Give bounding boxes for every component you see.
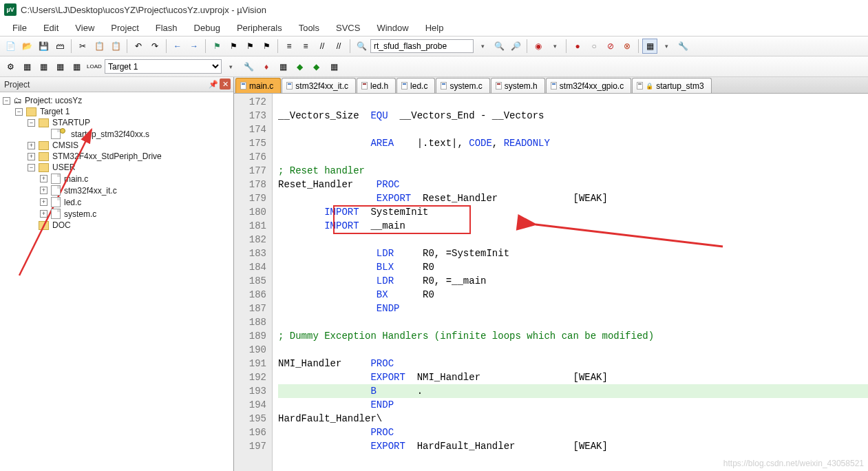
bookmark-next-button[interactable]: ⚑ bbox=[242, 39, 257, 54]
title-bar: µV C:\Users\LJ\Desktop\ucosYZ\Project\uc… bbox=[0, 0, 868, 19]
save-button[interactable]: 💾 bbox=[36, 39, 51, 54]
pack-installer-button[interactable]: ▦ bbox=[326, 59, 341, 74]
toolbar-separator bbox=[277, 39, 278, 53]
target-options-button[interactable]: 🔧 bbox=[241, 59, 256, 74]
toolbar-separator bbox=[127, 39, 127, 53]
code-editor[interactable]: 172 173 174 175 176 177 178 179 180 181 … bbox=[234, 94, 868, 471]
line-gutter: 172 173 174 175 176 177 178 179 180 181 … bbox=[234, 94, 273, 471]
editor-area: main.cstm32f4xx_it.cled.hled.csystem.csy… bbox=[234, 77, 868, 471]
tab-system-c[interactable]: system.c bbox=[436, 78, 489, 93]
svg-line-1 bbox=[536, 224, 723, 247]
tree-target[interactable]: −Target 1 bbox=[15, 106, 232, 117]
breakpoint-insert-button[interactable]: ● bbox=[570, 39, 585, 54]
tab-startup_stm3[interactable]: 🔒startup_stm3 bbox=[632, 78, 711, 93]
app-logo-icon: µV bbox=[4, 3, 17, 16]
find-dropdown-icon[interactable]: ▾ bbox=[475, 39, 490, 54]
cut-button[interactable]: ✂ bbox=[75, 39, 90, 54]
tab-led-c[interactable]: led.c bbox=[396, 78, 435, 93]
bookmark-prev-button[interactable]: ⚑ bbox=[226, 39, 241, 54]
bookmark-toggle-button[interactable]: ⚑ bbox=[209, 39, 224, 54]
toolbar-separator bbox=[166, 39, 167, 53]
manage-project-button[interactable]: ♦ bbox=[259, 59, 274, 74]
breakpoint-kill-all-button[interactable]: ⊗ bbox=[620, 39, 635, 54]
target-selector[interactable]: Target 1 bbox=[105, 59, 222, 74]
stop-build-button[interactable]: ▦ bbox=[69, 59, 84, 74]
bookmark-clear-button[interactable]: ⚑ bbox=[259, 39, 274, 54]
pin-icon[interactable]: 📌 bbox=[209, 80, 218, 89]
nav-fwd-button[interactable]: → bbox=[187, 39, 202, 54]
tab-led-h[interactable]: led.h bbox=[357, 78, 396, 93]
lock-icon: 🔒 bbox=[646, 83, 653, 90]
source-view[interactable]: __Vectors_Size EQU __Vectors_End - __Vec… bbox=[273, 94, 868, 471]
find-in-files-button[interactable]: 🔍 bbox=[491, 39, 507, 54]
redo-button[interactable]: ↷ bbox=[147, 39, 162, 54]
tab-main-c[interactable]: main.c bbox=[235, 78, 281, 93]
project-panel-title: Project bbox=[4, 80, 30, 90]
toolbar-separator bbox=[638, 39, 639, 53]
rebuild-button[interactable]: ▦ bbox=[36, 59, 51, 74]
toolbar-separator bbox=[71, 39, 72, 53]
menu-project[interactable]: Project bbox=[103, 21, 147, 35]
tab-label: main.c bbox=[249, 81, 273, 91]
target-dropdown-icon[interactable]: ▾ bbox=[223, 59, 238, 74]
tab-stm32f4xx_it-c[interactable]: stm32f4xx_it.c bbox=[282, 78, 356, 93]
breakpoint-kill-button[interactable]: ⊘ bbox=[603, 39, 618, 54]
debug-dropdown-icon[interactable]: ▾ bbox=[547, 39, 562, 54]
tab-system-h[interactable]: system.h bbox=[491, 78, 545, 93]
build-button[interactable]: ▦ bbox=[19, 59, 34, 74]
menu-debug[interactable]: Debug bbox=[186, 21, 229, 35]
undo-button[interactable]: ↶ bbox=[131, 39, 146, 54]
toolbar-separator bbox=[527, 39, 527, 53]
main-toolbar: 📄 📂 💾 🗃 ✂ 📋 📋 ↶ ↷ ← → ⚑ ⚑ ⚑ ⚑ ≡ ≡ // // … bbox=[0, 36, 868, 56]
download-button[interactable]: LOAD bbox=[87, 59, 102, 74]
breakpoint-disable-button[interactable]: ○ bbox=[586, 39, 602, 54]
file-icon bbox=[496, 82, 502, 90]
save-all-button[interactable]: 🗃 bbox=[52, 39, 67, 54]
indent-button[interactable]: ≡ bbox=[282, 39, 297, 54]
layout-dropdown-icon[interactable]: ▾ bbox=[659, 39, 674, 54]
project-panel: Project 📌 ✕ −🗂Project: ucosYz−Target 1−S… bbox=[0, 77, 234, 471]
copy-button[interactable]: 📋 bbox=[92, 39, 107, 54]
manage-rte-button[interactable]: ◆ bbox=[292, 59, 307, 74]
key-icon bbox=[60, 128, 65, 134]
translate-button[interactable]: ⚙ bbox=[3, 59, 18, 74]
nav-back-button[interactable]: ← bbox=[170, 39, 185, 54]
menu-file[interactable]: File bbox=[4, 21, 35, 35]
menu-window[interactable]: Window bbox=[368, 21, 416, 35]
find-input[interactable] bbox=[370, 39, 474, 53]
editor-tab-bar: main.cstm32f4xx_it.cled.hled.csystem.csy… bbox=[234, 77, 868, 94]
tab-label: stm32f4xx_it.c bbox=[295, 81, 348, 91]
outdent-button[interactable]: ≡ bbox=[298, 39, 313, 54]
menu-edit[interactable]: Edit bbox=[35, 21, 67, 35]
tree-project-root[interactable]: −🗂Project: ucosYz bbox=[3, 95, 232, 106]
menu-view[interactable]: View bbox=[67, 21, 103, 35]
annotation-arrow bbox=[12, 124, 109, 284]
window-layout-button[interactable]: ▦ bbox=[642, 39, 657, 54]
menu-help[interactable]: Help bbox=[417, 21, 452, 35]
menu-peripherals[interactable]: Peripherals bbox=[229, 21, 290, 35]
open-button[interactable]: 📂 bbox=[19, 39, 34, 54]
project-tree[interactable]: −🗂Project: ucosYz−Target 1−STARTUPstartu… bbox=[0, 92, 233, 471]
watermark-text: https://blog.csdn.net/weixin_43058521 bbox=[723, 459, 864, 468]
file-ext-button[interactable]: ▦ bbox=[275, 59, 290, 74]
project-panel-header: Project 📌 ✕ bbox=[0, 77, 233, 92]
comment-button[interactable]: // bbox=[315, 39, 330, 54]
select-pack-button[interactable]: ◆ bbox=[308, 59, 324, 74]
paste-button[interactable]: 📋 bbox=[108, 39, 123, 54]
uncomment-button[interactable]: // bbox=[331, 39, 346, 54]
close-panel-button[interactable]: ✕ bbox=[220, 78, 231, 90]
file-icon bbox=[637, 82, 643, 90]
configure-button[interactable]: 🔧 bbox=[675, 39, 690, 54]
incremental-find-button[interactable]: 🔎 bbox=[508, 39, 523, 54]
tab-label: stm32f4xx_gpio.c bbox=[560, 81, 624, 91]
tab-label: startup_stm3 bbox=[656, 81, 703, 91]
find-icon[interactable]: 🔍 bbox=[354, 39, 369, 54]
batch-build-button[interactable]: ▦ bbox=[52, 59, 67, 74]
tab-label: system.h bbox=[505, 81, 538, 91]
menu-svcs[interactable]: SVCS bbox=[328, 21, 368, 35]
new-file-button[interactable]: 📄 bbox=[3, 39, 18, 54]
tab-stm32f4xx_gpio-c[interactable]: stm32f4xx_gpio.c bbox=[546, 78, 631, 93]
menu-tools[interactable]: Tools bbox=[290, 21, 328, 35]
debug-button[interactable]: ◉ bbox=[531, 39, 546, 54]
menu-flash[interactable]: Flash bbox=[147, 21, 186, 35]
